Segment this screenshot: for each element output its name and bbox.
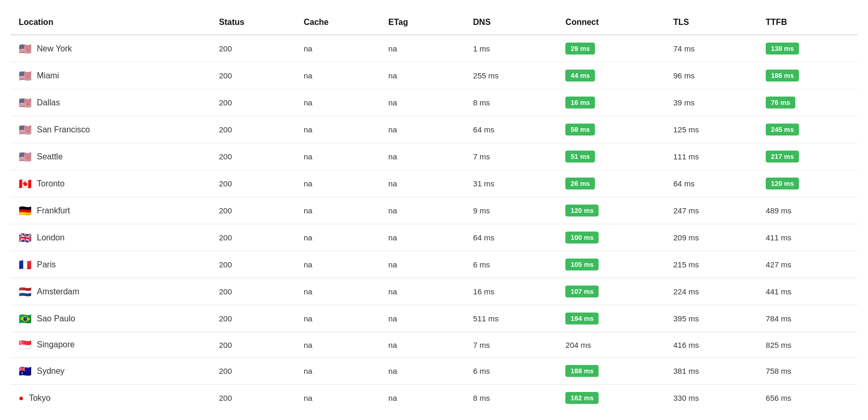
cell-connect: 51 ms xyxy=(557,143,665,170)
cell-tls: 395 ms xyxy=(665,305,757,332)
cell-dns: 6 ms xyxy=(465,358,557,385)
table-row: 🇺🇸Miami200nana255 ms44 ms96 ms186 ms xyxy=(10,62,858,89)
cell-connect: 26 ms xyxy=(557,170,665,197)
cell-location: 🇸🇬Singapore xyxy=(10,332,211,358)
cell-cache: na xyxy=(295,62,380,89)
col-header-status: Status xyxy=(211,10,295,35)
cell-dns: 255 ms xyxy=(465,62,557,89)
connect-badge: 58 ms xyxy=(565,124,595,136)
cell-etag: na xyxy=(380,62,465,89)
table-row: 🇺🇸Dallas200nana8 ms16 ms39 ms76 ms xyxy=(10,89,858,116)
flag-icon: 🇺🇸 xyxy=(19,152,32,162)
location-name: Paris xyxy=(37,260,56,269)
connect-badge: 26 ms xyxy=(565,178,595,189)
cell-status: 200 xyxy=(211,197,295,224)
ttfb-badge: 138 ms xyxy=(766,43,799,55)
cell-status: 200 xyxy=(211,35,295,62)
cell-etag: na xyxy=(380,332,465,358)
table-row: 🇸🇬Singapore200nana7 ms204 ms416 ms825 ms xyxy=(10,332,858,358)
cell-etag: na xyxy=(380,89,465,116)
table-row: 🇺🇸San Francisco200nana64 ms58 ms125 ms24… xyxy=(10,116,858,143)
cell-location: 🇺🇸Seattle xyxy=(10,143,211,170)
flag-icon: 🇧🇷 xyxy=(19,314,32,324)
location-name: Sydney xyxy=(37,367,64,376)
cell-status: 200 xyxy=(211,89,295,116)
cell-location: 🇺🇸Miami xyxy=(10,62,211,89)
location-name: Seattle xyxy=(37,152,63,161)
location-name: New York xyxy=(37,44,72,53)
table-body: 🇺🇸New York200nana1 ms29 ms74 ms138 ms🇺🇸M… xyxy=(10,35,858,411)
cell-etag: na xyxy=(380,224,465,251)
cell-status: 200 xyxy=(211,224,295,251)
cell-tls: 224 ms xyxy=(665,278,757,305)
cell-tls: 39 ms xyxy=(665,89,757,116)
table-row: 🇫🇷Paris200nana6 ms105 ms215 ms427 ms xyxy=(10,251,858,278)
location-name: Toronto xyxy=(37,179,64,188)
cell-status: 200 xyxy=(211,62,295,89)
cell-tls: 96 ms xyxy=(665,62,757,89)
cell-location: 🇫🇷Paris xyxy=(10,251,211,278)
location-name: Amsterdam xyxy=(37,287,79,296)
cell-connect: 204 ms xyxy=(557,332,665,358)
cell-status: 200 xyxy=(211,332,295,358)
ttfb-badge: 120 ms xyxy=(766,178,799,189)
connect-badge: 105 ms xyxy=(565,259,599,270)
cell-tls: 247 ms xyxy=(665,197,757,224)
table-row: ●Tokyo200nana8 ms162 ms330 ms656 ms xyxy=(10,385,858,412)
cell-etag: na xyxy=(380,358,465,385)
cell-tls: 381 ms xyxy=(665,358,757,385)
table-row: 🇺🇸New York200nana1 ms29 ms74 ms138 ms xyxy=(10,35,858,62)
cell-connect: 58 ms xyxy=(557,116,665,143)
cell-status: 200 xyxy=(211,170,295,197)
cell-connect: 29 ms xyxy=(557,35,665,62)
cell-cache: na xyxy=(295,385,380,412)
cell-connect: 162 ms xyxy=(557,385,665,412)
cell-tls: 125 ms xyxy=(665,116,757,143)
table-row: 🇧🇷Sao Paulo200nana511 ms194 ms395 ms784 … xyxy=(10,305,858,332)
cell-location: 🇳🇱Amsterdam xyxy=(10,278,211,305)
cell-etag: na xyxy=(380,170,465,197)
flag-icon: 🇳🇱 xyxy=(19,287,32,297)
cell-etag: na xyxy=(380,197,465,224)
cell-dns: 64 ms xyxy=(465,116,557,143)
cell-location: 🇩🇪Frankfurt xyxy=(10,197,211,224)
table-row: 🇦🇺Sydney200nana6 ms188 ms381 ms758 ms xyxy=(10,358,858,385)
connect-badge: 107 ms xyxy=(565,286,599,297)
cell-cache: na xyxy=(295,251,380,278)
cell-location: 🇦🇺Sydney xyxy=(10,358,211,385)
cell-dns: 1 ms xyxy=(465,35,557,62)
cell-status: 200 xyxy=(211,385,295,412)
cell-ttfb: 245 ms xyxy=(757,116,858,143)
cell-dns: 7 ms xyxy=(465,332,557,358)
location-name: Miami xyxy=(37,71,59,80)
cell-connect: 44 ms xyxy=(557,62,665,89)
location-name: San Francisco xyxy=(37,125,90,134)
col-header-ttfb: TTFB xyxy=(757,10,858,35)
cell-ttfb: 411 ms xyxy=(757,224,858,251)
flag-icon: 🇺🇸 xyxy=(19,125,32,135)
flag-icon: 🇺🇸 xyxy=(19,44,32,54)
col-header-connect: Connect xyxy=(557,10,665,35)
cell-ttfb: 120 ms xyxy=(757,170,858,197)
col-header-etag: ETag xyxy=(380,10,465,35)
col-header-location: Location xyxy=(10,10,211,35)
flag-icon: 🇩🇪 xyxy=(19,206,32,216)
cell-status: 200 xyxy=(211,143,295,170)
cell-connect: 188 ms xyxy=(557,358,665,385)
table-row: 🇳🇱Amsterdam200nana16 ms107 ms224 ms441 m… xyxy=(10,278,858,305)
table-row: 🇬🇧London200nana64 ms100 ms209 ms411 ms xyxy=(10,224,858,251)
cell-cache: na xyxy=(295,143,380,170)
connect-badge: 100 ms xyxy=(565,232,599,243)
cell-cache: na xyxy=(295,116,380,143)
cell-etag: na xyxy=(380,278,465,305)
cell-etag: na xyxy=(380,385,465,412)
cell-connect: 16 ms xyxy=(557,89,665,116)
connect-badge: 51 ms xyxy=(565,151,595,162)
cell-connect: 105 ms xyxy=(557,251,665,278)
table-row: 🇺🇸Seattle200nana7 ms51 ms111 ms217 ms xyxy=(10,143,858,170)
performance-table: LocationStatusCacheETagDNSConnectTLSTTFB… xyxy=(10,10,858,411)
location-name: Frankfurt xyxy=(37,206,70,215)
cell-etag: na xyxy=(380,305,465,332)
cell-location: ●Tokyo xyxy=(10,385,211,412)
flag-icon: 🇦🇺 xyxy=(19,366,32,376)
